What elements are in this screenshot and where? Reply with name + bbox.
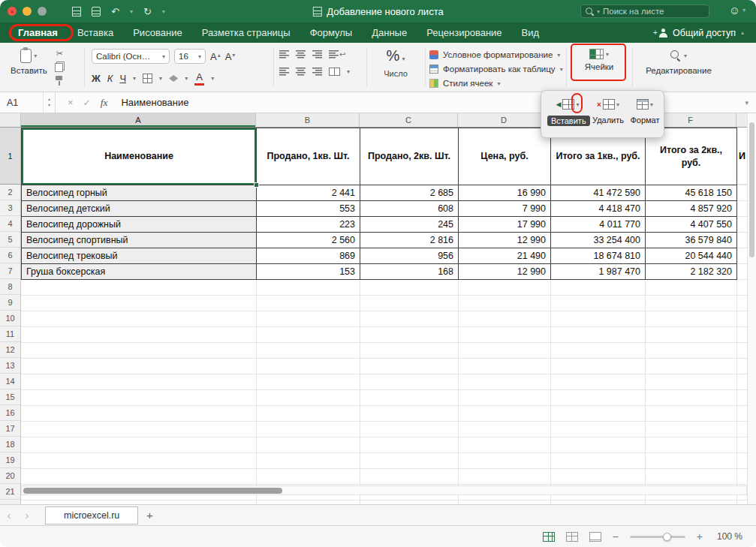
grow-font-button[interactable]: А ▴: [210, 51, 221, 62]
page-break-view-icon[interactable]: [589, 532, 601, 542]
align-middle-icon[interactable]: [296, 50, 306, 59]
cell-C6[interactable]: 956: [360, 248, 459, 264]
cell-D5[interactable]: 12 990: [459, 233, 551, 248]
zoom-out-button[interactable]: −: [613, 530, 619, 542]
insert-function-icon[interactable]: fx: [101, 97, 108, 109]
row-header-4[interactable]: 4: [0, 216, 20, 232]
italic-button[interactable]: К: [107, 73, 113, 84]
cancel-entry-icon[interactable]: ×: [68, 97, 74, 108]
row-header-17[interactable]: 17: [0, 421, 20, 437]
cell-B5[interactable]: 2 560: [257, 233, 360, 248]
format-as-table-button[interactable]: Форматировать как таблицу ▾: [429, 63, 563, 75]
row-header-6[interactable]: 6: [0, 248, 20, 263]
row-header-11[interactable]: 11: [0, 326, 20, 342]
undo-caret-icon[interactable]: ▾: [130, 8, 133, 15]
formula-bar-expand-icon[interactable]: ▾: [745, 99, 748, 107]
font-color-button[interactable]: А: [194, 71, 204, 86]
column-header-a[interactable]: A: [21, 113, 256, 127]
row-header-10[interactable]: 10: [0, 311, 20, 326]
font-size-select[interactable]: 16 ▾: [174, 49, 206, 64]
cell-F7[interactable]: 2 182 320: [646, 264, 737, 280]
cell-A3[interactable]: Велосипед детский: [22, 201, 257, 217]
column-header-b[interactable]: B: [256, 113, 360, 127]
align-top-icon[interactable]: [279, 50, 289, 59]
cell-D1[interactable]: Цена, руб.: [459, 128, 551, 185]
cell-E6[interactable]: 18 674 810: [551, 248, 646, 264]
delete-caret-icon[interactable]: ▾: [616, 101, 619, 108]
font-color-caret-icon[interactable]: ▾: [211, 75, 214, 82]
cells-button[interactable]: ▾ Ячейки: [577, 49, 622, 71]
normal-view-icon[interactable]: [543, 532, 555, 542]
vertical-scrollbar[interactable]: [747, 113, 756, 504]
close-button[interactable]: ×: [8, 7, 17, 16]
horizontal-scrollbar-thumb[interactable]: [23, 488, 282, 494]
insert-caret-icon[interactable]: ▾: [576, 101, 579, 108]
merge-caret-icon[interactable]: ▾: [347, 68, 350, 75]
column-header-c[interactable]: C: [360, 113, 458, 127]
cell-D6[interactable]: 21 490: [459, 248, 551, 264]
cell-B1[interactable]: Продано, 1кв. Шт.: [257, 128, 360, 185]
align-left-icon[interactable]: [279, 68, 289, 76]
cell-D7[interactable]: 12 990: [459, 264, 551, 280]
cell-F3[interactable]: 4 857 920: [646, 201, 737, 217]
cell-A1-selected[interactable]: Наименование: [22, 128, 257, 185]
row-header-19[interactable]: 19: [0, 452, 20, 468]
fill-caret-icon[interactable]: ▾: [185, 75, 188, 82]
cell-F5[interactable]: 36 579 840: [646, 233, 737, 248]
fill-color-icon[interactable]: [169, 75, 178, 82]
save-icon[interactable]: [92, 7, 101, 17]
tab-glavnaya[interactable]: Главная: [18, 27, 58, 38]
cell-B3[interactable]: 553: [257, 201, 360, 217]
vertical-scrollbar-thumb[interactable]: [749, 122, 754, 257]
format-caret-icon[interactable]: ▾: [650, 101, 653, 108]
cell-C7[interactable]: 168: [360, 264, 459, 280]
add-sheet-button[interactable]: +: [138, 509, 161, 521]
redo-icon[interactable]: ↻: [143, 6, 152, 17]
conditional-formatting-button[interactable]: Условное форматирование ▾: [429, 49, 563, 61]
cell-C1[interactable]: Продано, 2кв. Шт.: [360, 128, 459, 185]
prev-sheet-icon[interactable]: ‹: [0, 509, 18, 521]
column-header-g-partial[interactable]: [736, 113, 747, 127]
cell-reference-stepper[interactable]: ▴ ▾: [43, 92, 55, 113]
cell-A5[interactable]: Велосипед спортивный: [22, 233, 257, 248]
editing-button[interactable]: ▾: [640, 50, 718, 61]
percent-style-button[interactable]: %: [386, 47, 399, 64]
paste-button[interactable]: ▾ Вставить: [11, 49, 47, 86]
cell-D2[interactable]: 16 990: [459, 185, 551, 201]
cell-A2[interactable]: Велосипед горный: [22, 185, 257, 201]
font-name-select[interactable]: Calibri (Осн… ▾: [92, 49, 170, 64]
cell-F6[interactable]: 20 544 440: [646, 248, 737, 264]
cell-C4[interactable]: 245: [360, 217, 459, 233]
tab-razmetka-stranitsy[interactable]: Разметка страницы: [202, 27, 291, 38]
toolbar-caret-icon[interactable]: ▾: [162, 8, 165, 15]
cell-D3[interactable]: 7 990: [459, 201, 551, 217]
share-button[interactable]: + Общий доступ ▴: [658, 28, 744, 38]
format-cells-button[interactable]: ▾ Формат: [628, 95, 661, 125]
cell-G1-partial[interactable]: И: [736, 128, 747, 185]
cell-E5[interactable]: 33 254 400: [551, 233, 646, 248]
undo-icon[interactable]: ↶: [111, 6, 119, 17]
ribbon-collapse-icon[interactable]: ▴: [741, 29, 744, 36]
sheet-tab-active[interactable]: microexcel.ru: [45, 506, 138, 524]
cell-A7[interactable]: Груша боксерская: [22, 264, 257, 280]
align-center-icon[interactable]: [296, 68, 306, 76]
cell-A4[interactable]: Велосипед дорожный: [22, 217, 257, 233]
paste-caret-icon[interactable]: ▾: [34, 53, 37, 59]
shrink-font-button[interactable]: А ▾: [225, 51, 236, 62]
row-header-13[interactable]: 13: [0, 358, 20, 374]
row-header-1[interactable]: 1: [0, 128, 20, 185]
search-input[interactable]: ▾ Поиск на листе: [580, 5, 709, 18]
tab-vstavka[interactable]: Вставка: [77, 27, 113, 38]
zoom-slider[interactable]: [630, 536, 685, 538]
zoom-slider-thumb[interactable]: [663, 533, 671, 541]
confirm-entry-icon[interactable]: ✓: [83, 98, 91, 108]
cell-D4[interactable]: 17 990: [459, 217, 551, 233]
name-box[interactable]: A1 ▴ ▾: [0, 92, 56, 113]
insert-cells-button[interactable]: ◀ ▾ Вставить: [547, 95, 588, 127]
cell-B4[interactable]: 223: [257, 217, 360, 233]
row-header-21[interactable]: 21: [0, 484, 20, 500]
fullscreen-button[interactable]: [38, 7, 47, 16]
search-caret-icon[interactable]: ▾: [597, 8, 600, 15]
tab-risovanie[interactable]: Рисование: [133, 27, 182, 38]
row-header-20[interactable]: 20: [0, 468, 20, 484]
